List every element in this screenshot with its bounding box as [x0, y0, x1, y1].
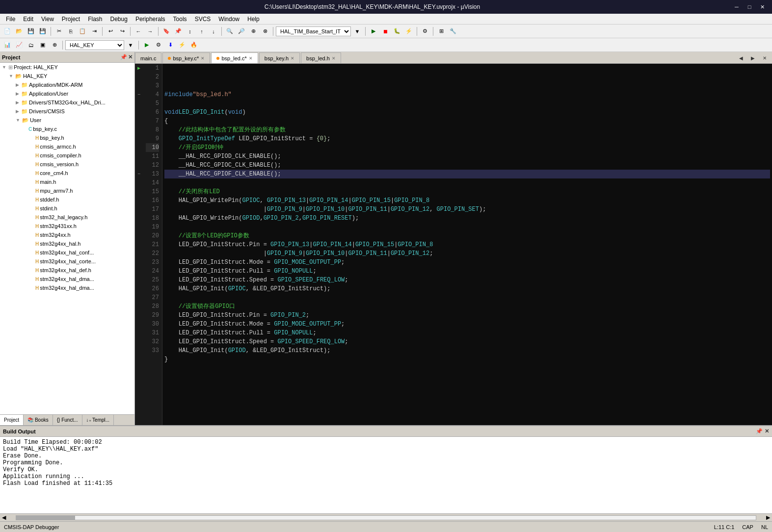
sidebar-tab-books[interactable]: 📚 Books — [24, 415, 53, 425]
menu-help[interactable]: Help — [243, 14, 264, 25]
tools-btn[interactable]: 🔧 — [448, 26, 458, 37]
build-pin-icon[interactable]: 📌 — [756, 428, 763, 434]
hscroll-left-btn[interactable]: ◀ — [0, 514, 8, 522]
tab-close-all[interactable]: ✕ — [759, 52, 770, 63]
project-dd-arrow[interactable]: ▼ — [125, 40, 136, 51]
hscroll-right-btn[interactable]: ▶ — [764, 514, 772, 522]
find2-btn[interactable]: 🔎 — [236, 26, 247, 37]
back-btn[interactable]: ← — [133, 26, 144, 37]
tb2-btn1[interactable]: 📊 — [2, 40, 13, 51]
tab-bsp-key-c[interactable]: bsp_key.c* ✕ — [162, 52, 210, 63]
tb2-btn2[interactable]: 📈 — [14, 40, 25, 51]
tree-item-app-user[interactable]: ▶📁 Application/User — [0, 89, 134, 98]
paste-btn[interactable]: 📋 — [77, 26, 88, 37]
tree-item-app-mdk[interactable]: ▶📁 Application/MDK-ARM — [0, 80, 134, 89]
tree-item-main-h[interactable]: H main.h — [0, 177, 134, 186]
menu-flash[interactable]: Flash — [84, 14, 106, 25]
tree-item-stm32g4xx-hal-dma1-h[interactable]: H stm32g4xx_hal_dma... — [0, 275, 134, 283]
cut-btn[interactable]: ✂ — [53, 26, 64, 37]
tree-item-stm32g4xx-h[interactable]: H stm32g4xx.h — [0, 230, 134, 239]
tree-item-stdint-h[interactable]: H stdint.h — [0, 204, 134, 213]
tab-bsp-key-h-close[interactable]: ✕ — [291, 56, 294, 61]
copy-btn[interactable]: ⎘ — [65, 26, 76, 37]
bookmark2-btn[interactable]: 📌 — [173, 26, 184, 37]
menu-project[interactable]: Project — [58, 14, 84, 25]
collapse-4[interactable]: − — [135, 90, 143, 99]
tree-item-stm32g4xx-hal-corte-h[interactable]: H stm32g4xx_hal_corte... — [0, 257, 134, 266]
menu-edit[interactable]: Edit — [19, 14, 37, 25]
tree-item-stddef-h[interactable]: H stddef.h — [0, 195, 134, 204]
tree-item-drivers-stm32[interactable]: ▶📁 Drivers/STM32G4xx_HAL_Dri... — [0, 98, 134, 107]
stop-btn[interactable]: ⏹ — [380, 26, 391, 37]
tb2-run[interactable]: ▶ — [141, 40, 152, 51]
tree-item-core-cm4-h[interactable]: H core_cm4.h — [0, 169, 134, 177]
tab-main-c[interactable]: main.c — [135, 52, 161, 63]
tree-item-project-root[interactable]: ▼⊞ Project: HAL_KEY — [0, 63, 134, 72]
menu-peripherals[interactable]: Peripherals — [132, 14, 169, 25]
target-dropdown[interactable]: HAL_TIM_Base_Start_IT — [276, 26, 351, 36]
tab-bsp-key-h[interactable]: bsp_key.h ✕ — [259, 52, 300, 63]
tree-item-bsp-key-h[interactable]: H bsp_key.h — [0, 133, 134, 142]
collapse-13[interactable]: − — [135, 170, 143, 178]
windows-btn[interactable]: ⊞ — [436, 26, 447, 37]
run-btn[interactable]: ▶ — [368, 26, 379, 37]
hscroll-thumb[interactable] — [16, 516, 75, 520]
minimize-button[interactable]: ─ — [731, 2, 743, 12]
tree-item-drivers-cmsis[interactable]: ▶📁 Drivers/CMSIS — [0, 107, 134, 116]
tree-item-cmsis-version-h[interactable]: H cmsis_version.h — [0, 160, 134, 169]
debug-btn[interactable]: 🐛 — [392, 26, 402, 37]
menu-debug[interactable]: Debug — [106, 14, 132, 25]
tb2-flash-dl[interactable]: ⬇ — [165, 40, 176, 51]
tree-item-stm32g4xx-hal-dma2-h[interactable]: H stm32g4xx_hal_dma... — [0, 283, 134, 292]
bookmark-btn[interactable]: 🔖 — [161, 26, 172, 37]
settings-btn[interactable]: ⚙ — [420, 26, 430, 37]
fwd-btn[interactable]: → — [145, 26, 156, 37]
tab-bsp-led-c[interactable]: bsp_led.c* ✕ — [211, 52, 258, 63]
project-dropdown[interactable]: HAL_KEY — [65, 40, 124, 50]
undo-btn[interactable]: ↩ — [105, 26, 116, 37]
tab-bsp-led-h-close[interactable]: ✕ — [332, 56, 336, 61]
tb2-btn4[interactable]: ▣ — [37, 40, 48, 51]
tree-item-mpu-armv7-h[interactable]: H mpu_armv7.h — [0, 186, 134, 195]
tb2-compile[interactable]: ⚙ — [153, 40, 164, 51]
tree-item-stm32g4xx-hal-conf-h[interactable]: H stm32g4xx_hal_conf... — [0, 248, 134, 257]
find3-btn[interactable]: ⊕ — [248, 26, 259, 37]
hscroll-track[interactable] — [16, 515, 756, 520]
tab-scroll-left[interactable]: ◀ — [736, 52, 746, 63]
close-button[interactable]: ✕ — [756, 2, 768, 12]
sidebar-tab-project[interactable]: Project — [0, 415, 24, 425]
menu-window[interactable]: Window — [214, 14, 243, 25]
tree-item-user[interactable]: ▼📂 User — [0, 116, 134, 125]
tb2-btn5[interactable]: ⊕ — [49, 40, 60, 51]
menu-tools[interactable]: Tools — [169, 14, 191, 25]
menu-view[interactable]: View — [37, 14, 58, 25]
dropdown-arrow[interactable]: ▼ — [352, 26, 363, 37]
tree-item-bsp-key-c[interactable]: C bsp_key.c — [0, 125, 134, 133]
tree-item-stm32-hal-legacy-h[interactable]: H stm32_hal_legacy.h — [0, 213, 134, 222]
bookmark5-btn[interactable]: ↓ — [208, 26, 219, 37]
find4-btn[interactable]: ⊗ — [260, 26, 270, 37]
new-file-btn[interactable]: 📄 — [2, 26, 13, 37]
tree-item-cmsis-armcc-h[interactable]: H cmsis_armcc.h — [0, 142, 134, 151]
save-btn[interactable]: 💾 — [26, 26, 36, 37]
sidebar-close-icon[interactable]: ✕ — [128, 54, 133, 60]
redo-btn[interactable]: ↪ — [117, 26, 128, 37]
tab-bsp-led-c-close[interactable]: ✕ — [249, 56, 253, 61]
tree-item-stm32g4xx-hal-h[interactable]: H stm32g4xx_hal.h — [0, 239, 134, 248]
tab-bsp-key-c-close[interactable]: ✕ — [201, 56, 205, 61]
tree-item-stm32g431xx-h[interactable]: H stm32g431xx.h — [0, 222, 134, 230]
menu-svcs[interactable]: SVCS — [191, 14, 215, 25]
bookmark4-btn[interactable]: ↑ — [196, 26, 207, 37]
open-btn[interactable]: 📂 — [14, 26, 25, 37]
tab-bsp-led-h[interactable]: bsp_led.h ✕ — [301, 52, 341, 63]
maximize-button[interactable]: □ — [744, 2, 755, 12]
tree-item-stm32g4xx-hal-def-h[interactable]: H stm32g4xx_hal_def.h — [0, 266, 134, 275]
save-all-btn[interactable]: 💾 — [37, 26, 48, 37]
indent-btn[interactable]: ⇥ — [89, 26, 100, 37]
tree-item-cmsis-compiler-h[interactable]: H cmsis_compiler.h — [0, 151, 134, 160]
tb2-flash3[interactable]: 🔥 — [188, 40, 199, 51]
code-editor[interactable]: ▶ − − 1234567891011121314151617181920212… — [135, 64, 772, 425]
tb2-flash2[interactable]: ⚡ — [177, 40, 187, 51]
sidebar-tab-templates[interactable]: ↓₊ Templ... — [82, 415, 114, 425]
build-close-icon[interactable]: ✕ — [765, 428, 769, 434]
